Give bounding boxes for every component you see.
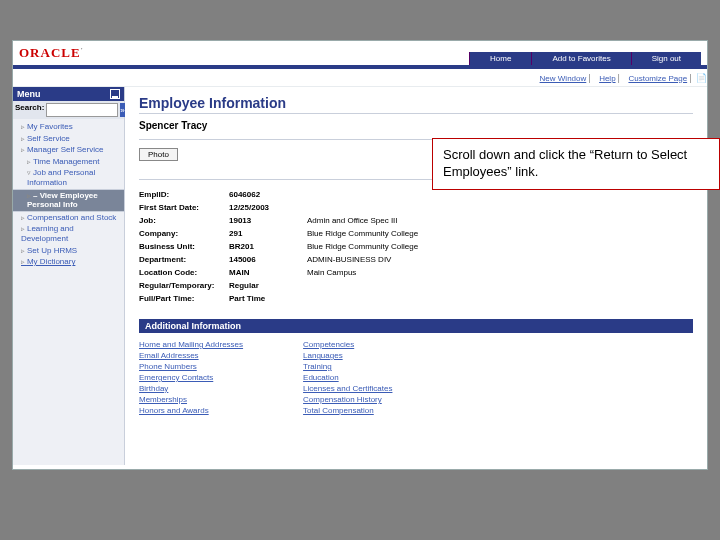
field-desc: ADMIN-BUSINESS DIV: [307, 253, 424, 266]
instruction-callout: Scroll down and click the “Return to Sel…: [432, 138, 720, 190]
minimize-icon[interactable]: [110, 89, 120, 99]
nav-add-favorites[interactable]: Add to Favorites: [531, 52, 630, 65]
addl-link[interactable]: Education: [303, 372, 392, 383]
field-desc: Admin and Office Spec III: [307, 214, 424, 227]
field-value: 145006: [229, 253, 307, 266]
field-label: Regular/Temporary:: [139, 279, 229, 292]
field-desc: Main Campus: [307, 266, 424, 279]
sidebar-item-0[interactable]: My Favorites: [13, 121, 124, 133]
field-label: Job:: [139, 214, 229, 227]
field-label: Full/Part Time:: [139, 292, 229, 305]
sidebar-item-1[interactable]: Self Service: [13, 133, 124, 145]
search-input[interactable]: [46, 103, 118, 117]
sidebar-item-5[interactable]: – View Employee Personal Info: [13, 189, 124, 212]
field-value: 19013: [229, 214, 307, 227]
nav-home[interactable]: Home: [469, 52, 531, 65]
field-value: MAIN: [229, 266, 307, 279]
oracle-logo: ORACLE': [19, 45, 84, 61]
addl-link[interactable]: Memberships: [139, 394, 243, 405]
link-help[interactable]: Help: [599, 74, 615, 83]
addl-link[interactable]: Email Addresses: [139, 350, 243, 361]
field-label: Business Unit:: [139, 240, 229, 253]
employee-name: Spencer Tracy: [139, 120, 693, 131]
page-title: Employee Information: [139, 95, 693, 114]
link-new-window[interactable]: New Window: [540, 74, 587, 83]
addl-link[interactable]: Licenses and Certificates: [303, 383, 392, 394]
sidebar-item-9[interactable]: My Dictionary: [13, 256, 124, 268]
top-nav: Home Add to Favorites Sign out: [469, 52, 701, 65]
addl-link[interactable]: Languages: [303, 350, 392, 361]
field-value: 291: [229, 227, 307, 240]
sidebar-item-2[interactable]: Manager Self Service: [13, 144, 124, 156]
field-value: BR201: [229, 240, 307, 253]
field-label: Location Code:: [139, 266, 229, 279]
link-customize-page[interactable]: Customize Page: [628, 74, 687, 83]
addl-link[interactable]: Competencies: [303, 339, 392, 350]
sidebar-item-7[interactable]: Learning and Development: [13, 223, 124, 244]
field-label: Company:: [139, 227, 229, 240]
sidebar-item-3[interactable]: Time Management: [13, 156, 124, 168]
field-value: 12/25/2003: [229, 201, 307, 214]
addl-link[interactable]: Compensation History: [303, 394, 392, 405]
additional-info-header: Additional Information: [139, 319, 693, 333]
addl-link[interactable]: Honors and Awards: [139, 405, 243, 416]
nav-sign-out[interactable]: Sign out: [631, 52, 701, 65]
addl-link[interactable]: Total Compensation: [303, 405, 392, 416]
field-desc: Blue Ridge Community College: [307, 227, 424, 240]
field-value: Part Time: [229, 292, 307, 305]
addl-link[interactable]: Home and Mailing Addresses: [139, 339, 243, 350]
util-icon[interactable]: 📄: [696, 73, 707, 83]
sidebar-item-8[interactable]: Set Up HRMS: [13, 245, 124, 257]
search-label: Search:: [15, 103, 44, 117]
addl-link[interactable]: Birthday: [139, 383, 243, 394]
addl-link[interactable]: Emergency Contacts: [139, 372, 243, 383]
addl-link[interactable]: Training: [303, 361, 392, 372]
field-label: EmplID:: [139, 188, 229, 201]
field-value: Regular: [229, 279, 307, 292]
field-label: Department:: [139, 253, 229, 266]
sidebar-item-6[interactable]: Compensation and Stock: [13, 212, 124, 224]
field-label: First Start Date:: [139, 201, 229, 214]
addl-link[interactable]: Phone Numbers: [139, 361, 243, 372]
photo-button[interactable]: Photo: [139, 148, 178, 161]
menu-header: Menu: [17, 89, 41, 99]
sidebar-item-4[interactable]: Job and Personal Information: [13, 167, 124, 188]
field-desc: Blue Ridge Community College: [307, 240, 424, 253]
field-value: 6046062: [229, 188, 307, 201]
